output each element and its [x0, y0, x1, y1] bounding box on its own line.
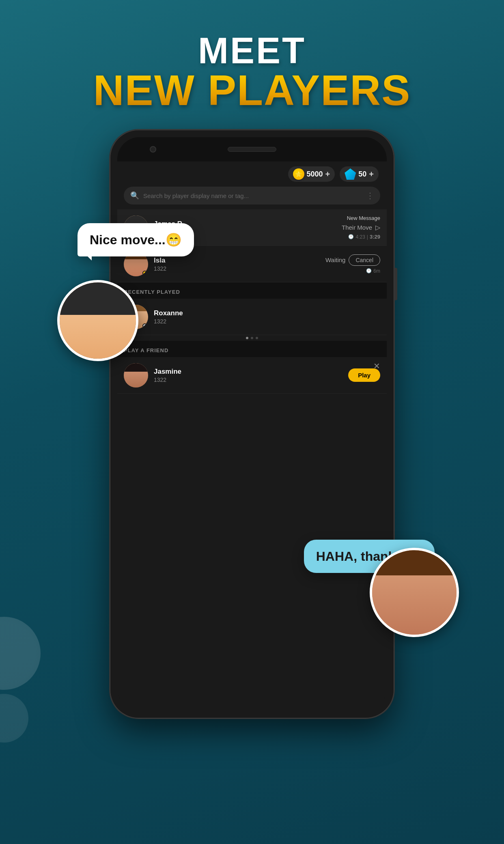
gems-item[interactable]: 50 + — [340, 166, 379, 182]
cancel-button[interactable]: Cancel — [349, 254, 380, 266]
james-separator: | — [367, 234, 368, 240]
clock-icon: 🕐 — [348, 234, 354, 239]
gem-amount: 50 — [358, 170, 366, 179]
speech-bubble-left: Nice move...😁 — [78, 223, 194, 256]
search-placeholder: Search by player display name or tag... — [143, 192, 362, 199]
new-players-label: NEW PLAYERS — [0, 69, 504, 112]
james-move-row: Their Move ▷ — [342, 224, 380, 231]
player-item-jasmine[interactable]: ✕ Jasmine 1322 Play — [117, 357, 387, 394]
jasmine-name: Jasmine — [154, 368, 342, 376]
meet-label: MEET — [0, 32, 504, 69]
currency-bar: ⭐ 5000 + 50 + — [117, 161, 387, 187]
coin-icon: ⭐ — [293, 168, 304, 180]
gem-icon — [345, 168, 356, 180]
coin-plus[interactable]: + — [325, 170, 330, 179]
online-indicator-isla — [142, 271, 147, 276]
avatar-overlay-james — [57, 280, 138, 361]
james-time: 🕐 4:23 | 3:29 — [348, 234, 380, 240]
roxanne-rating: 1322 — [154, 318, 380, 325]
player-item-roxanne[interactable]: Roxanne 1322 — [117, 299, 387, 335]
avatar-overlay-woman — [370, 548, 459, 637]
james-time-value: 4:23 — [355, 234, 365, 240]
play-arrow-icon[interactable]: ▷ — [375, 224, 380, 231]
play-friend-header: PLAY A FRIEND — [117, 341, 387, 357]
close-icon[interactable]: ✕ — [373, 361, 380, 371]
james-status: New Message Their Move ▷ 🕐 4:23 | 3:29 — [342, 215, 380, 240]
search-bar[interactable]: 🔍 Search by player display name or tag..… — [124, 187, 380, 205]
jasmine-rating: 1322 — [154, 377, 342, 383]
isla-name: Isla — [154, 256, 320, 265]
camera-dot — [150, 146, 156, 153]
phone-mockup: Nice move...😁 HAHA, thanks 😇 — [110, 130, 394, 718]
decorative-chip-large — [0, 617, 41, 690]
james-clock-value: 3:29 — [370, 234, 380, 240]
phone-topbar — [117, 137, 387, 161]
isla-status: Waiting Cancel 🕐 6m — [325, 254, 380, 274]
their-move-text: Their Move — [342, 224, 372, 231]
waiting-text: Waiting — [325, 256, 345, 263]
woman-face — [372, 550, 457, 635]
clock-icon-isla: 🕐 — [366, 268, 372, 273]
more-options-icon[interactable]: ⋮ — [366, 191, 374, 200]
decorative-chip-small — [0, 694, 28, 743]
coin-amount: 5000 — [307, 170, 323, 179]
phone-outer: ⭐ 5000 + 50 + 🔍 Search by player display… — [110, 130, 394, 718]
hair — [372, 550, 457, 575]
isla-status-row: Waiting Cancel — [325, 254, 380, 266]
hat — [60, 282, 136, 315]
isla-info: Isla 1322 — [154, 256, 320, 272]
jasmine-face — [124, 363, 148, 388]
header-section: MEET NEW PLAYERS — [0, 0, 504, 112]
bubble-left-text: Nice move...😁 — [90, 233, 182, 247]
dot-3 — [256, 337, 258, 339]
search-icon: 🔍 — [130, 191, 139, 200]
page-indicator — [117, 335, 387, 341]
recently-played-header: RECENTLY PLAYED — [117, 282, 387, 299]
isla-time-value: 6m — [373, 268, 380, 274]
james-face — [60, 282, 136, 359]
new-message-label: New Message — [347, 215, 380, 221]
dot-1 — [246, 337, 248, 339]
roxanne-info: Roxanne 1322 — [154, 309, 380, 325]
isla-time: 🕐 6m — [366, 268, 380, 274]
isla-rating: 1322 — [154, 265, 320, 272]
coins-item[interactable]: ⭐ 5000 + — [288, 166, 335, 182]
avatar-jasmine — [124, 363, 148, 388]
phone-side-button — [394, 268, 397, 300]
jasmine-hair — [124, 363, 148, 372]
roxanne-name: Roxanne — [154, 309, 380, 317]
online-indicator-roxanne — [142, 323, 147, 328]
speaker-grill — [228, 147, 276, 152]
dot-2 — [251, 337, 253, 339]
gem-plus[interactable]: + — [369, 170, 374, 179]
jasmine-info: Jasmine 1322 — [154, 368, 342, 383]
